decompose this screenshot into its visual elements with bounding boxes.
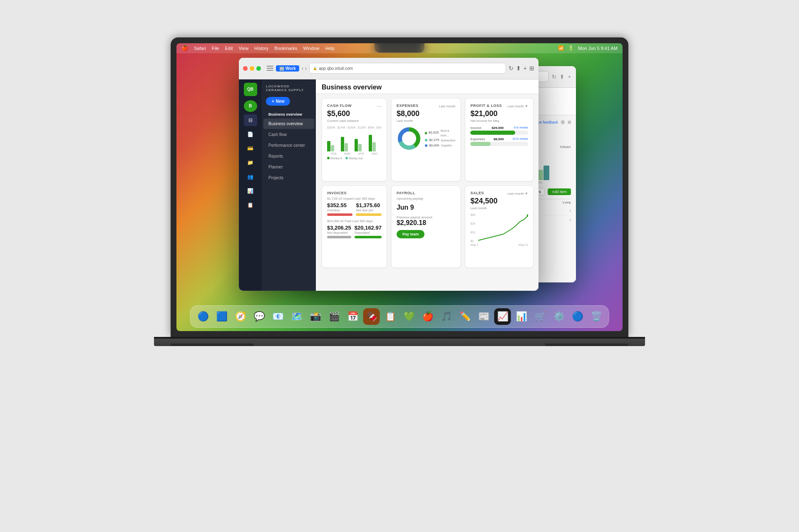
dock-photos[interactable]: 📸 (307, 308, 324, 325)
menubar-file[interactable]: File (212, 46, 219, 51)
url-bar-front[interactable]: 🔒 app.qbo.intuit.com (309, 63, 506, 74)
menubar-view[interactable]: View (238, 46, 248, 51)
fwd-arrow[interactable]: › (305, 65, 307, 72)
dock-trash[interactable]: 🗑️ (588, 308, 605, 325)
apple-menu[interactable]: 🍎 (181, 45, 188, 51)
menubar-bookmarks[interactable]: Bookmarks (274, 46, 297, 51)
invoices-paid-label: $23,369.22 Paid Last 365 days (327, 219, 382, 223)
expense-1-desc: Rent & mort... (440, 129, 455, 138)
not-due-label: Not due yet (356, 208, 381, 212)
deposited-bar (355, 236, 382, 238)
dock-apple-tv[interactable]: 🍎 (419, 308, 436, 325)
menubar-history[interactable]: History (254, 46, 268, 51)
pay-team-button[interactable]: Pay team (397, 230, 425, 238)
dock-system-prefs[interactable]: ⚙️ (551, 308, 567, 325)
dock-numbers[interactable]: 📊 (513, 308, 530, 325)
close-button-front[interactable] (243, 66, 248, 71)
new-button[interactable]: + New (266, 97, 290, 106)
menubar-safari[interactable]: Safari (194, 46, 206, 51)
toolbar-icons-back: ↻ ⬆ + (552, 74, 571, 80)
row2-expand[interactable]: › (570, 218, 571, 222)
url-text-front: app.qbo.intuit.com (319, 66, 353, 71)
dock-launchpad[interactable]: 🟦 (213, 308, 230, 325)
nav-arrows-front: ‹ › (302, 65, 307, 72)
nav-reports[interactable]: Reports (263, 151, 314, 161)
share-icon-back[interactable]: ⬆ (560, 74, 564, 80)
dock-safari[interactable]: 🧭 (232, 308, 249, 325)
dock-freeform[interactable]: ✏️ (457, 308, 474, 325)
sidebar-icon-projects[interactable]: 📁 (244, 157, 257, 168)
settings-icon[interactable]: ⚙ (561, 119, 565, 125)
macbook-base (154, 337, 645, 346)
expenses-amount: $8,000 (397, 109, 456, 118)
expense-3-desc: Supplies (441, 143, 452, 148)
pl-title: PROFIT & LOSS (470, 104, 502, 108)
add-tab-icon-back[interactable]: + (568, 74, 571, 80)
row1-expand[interactable]: › (570, 208, 571, 213)
dock-messages[interactable]: 💬 (251, 308, 268, 325)
not-deposited-label: Not deposited (327, 231, 351, 235)
back-arrow[interactable]: ‹ (302, 65, 304, 72)
expenses-subtitle: Last month (397, 119, 456, 123)
menubar-window[interactable]: Window (303, 46, 319, 51)
dock-facetime[interactable]: 🎬 (326, 308, 342, 325)
reload-icon-back[interactable]: ↻ (552, 74, 556, 80)
expand-icon[interactable]: ⊞ (568, 120, 571, 124)
dock-reminders[interactable]: 📋 (382, 308, 399, 325)
dock-mail[interactable]: 📧 (270, 308, 286, 325)
menubar-help[interactable]: Help (325, 46, 335, 51)
traffic-lights-front (243, 66, 261, 71)
qbo-logo: QB (244, 83, 257, 96)
safari-window-front[interactable]: 🏢 Work ‹ › 🔒 app.qbo.intuit.com ↻ (239, 58, 538, 291)
minimize-button-front[interactable] (250, 66, 254, 71)
invoices-unpaid-label: $1,728.15 Unpaid Last 365 days (327, 197, 382, 200)
cashflow-legend: Money in Money out (327, 157, 382, 160)
add-item-btn[interactable]: Add item (548, 188, 571, 195)
income-label-text: Income (470, 126, 481, 130)
dock-finder[interactable]: 🔵 (195, 308, 211, 325)
qbo-layout: QB B ⊟ 📄 💳 📁 👥 📊 📋 LOCKWOOD (239, 79, 538, 291)
share-icon-front[interactable]: ⬆ (516, 65, 521, 72)
dock-screen-time[interactable]: 🔵 (569, 308, 586, 325)
sidebar-icon-reports[interactable]: 📊 (244, 185, 257, 197)
sidebar-icon-expenses[interactable]: 💳 (244, 143, 257, 154)
sidebar-icon-overview[interactable]: ⊟ (244, 114, 257, 126)
nav-planner[interactable]: Planner (263, 162, 314, 172)
fullscreen-button-front[interactable] (256, 66, 261, 71)
nav-projects[interactable]: Projects (263, 173, 314, 183)
expenses-amount-pl: $8,000 (494, 137, 504, 141)
dock-contacts[interactable]: 🍫 (363, 308, 380, 325)
cashflow-amount: $5,600 (327, 109, 382, 118)
cashflow-more-icon[interactable]: ⋯ (377, 104, 382, 109)
dock-news[interactable]: 📰 (476, 308, 492, 325)
sidebar-icon-invoices[interactable]: 📄 (244, 129, 257, 140)
prev-amount-label: Previous payroll amount (397, 215, 456, 219)
menubar-edit[interactable]: Edit (225, 46, 233, 51)
nav-performance[interactable]: Performance center (263, 140, 314, 151)
sidebar-toggle[interactable] (267, 66, 273, 71)
not-deposited-col: $3,206.25 Not deposited (327, 225, 351, 238)
dock-app-store[interactable]: 🛒 (532, 308, 548, 325)
macos-desktop: 🍎 Safari File Edit View History Bookmark… (176, 43, 623, 331)
dock-calendar[interactable]: 📅 (345, 308, 361, 325)
dock-maps[interactable]: 🗺️ (288, 308, 305, 325)
dock-music[interactable]: 🎵 (438, 308, 455, 325)
expenses-review[interactable]: 15 to review (512, 137, 528, 141)
work-tab[interactable]: 🏢 Work (276, 65, 299, 72)
nav-cashflow[interactable]: Cash flow (263, 129, 314, 140)
reload-icon-front[interactable]: ↻ (509, 65, 514, 72)
income-review[interactable]: 8 to review (514, 126, 528, 130)
add-tab-icon-front[interactable]: + (524, 65, 527, 72)
dock-stocks[interactable]: 📈 (494, 308, 511, 325)
avatar-icon: B (244, 100, 257, 112)
expense-item-2: $2,375 Automotive (425, 138, 456, 143)
income-amount: $29,000 (491, 126, 504, 130)
sidebar-icon-payroll[interactable]: 👥 (244, 171, 257, 183)
menubar-left: 🍎 Safari File Edit View History Bookmark… (181, 45, 335, 51)
dock-whatsapp[interactable]: 💚 (401, 308, 417, 325)
sidebar-icon-taxes[interactable]: 📋 (244, 199, 257, 211)
income-bar-bg (470, 131, 528, 135)
tab-grid-icon-front[interactable]: ⊞ (529, 65, 534, 72)
nav-business-overview[interactable]: Business overview (263, 119, 314, 129)
expenses-bar-bg (470, 142, 528, 146)
